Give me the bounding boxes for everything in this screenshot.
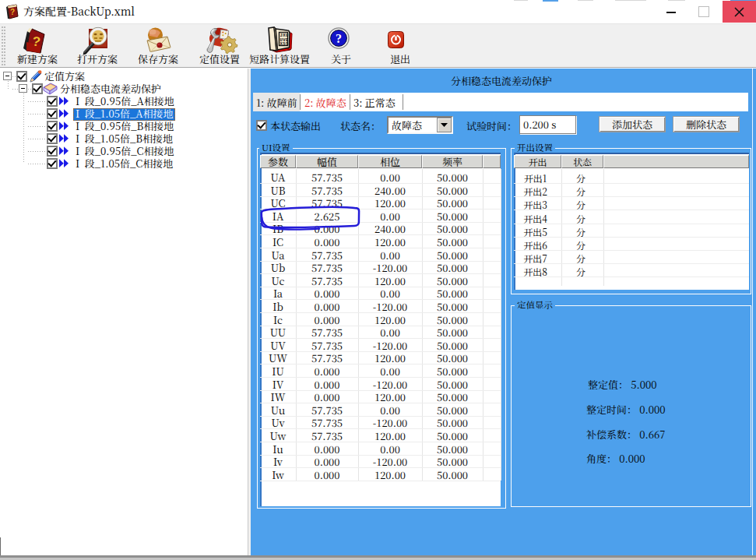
svg-text:X55: X55 — [280, 41, 290, 47]
svg-text:?: ? — [10, 5, 15, 17]
svg-text:?: ? — [336, 32, 342, 45]
